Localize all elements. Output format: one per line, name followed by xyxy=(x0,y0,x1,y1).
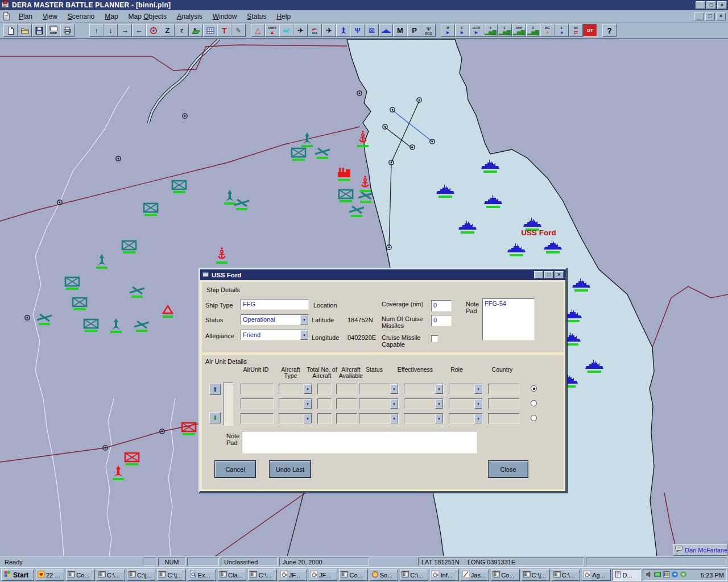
tray-settings-icon[interactable] xyxy=(663,571,670,579)
pan-up-button[interactable]: ↑ xyxy=(89,24,104,37)
aircraft-type-combo[interactable]: ▼ xyxy=(279,398,312,409)
coverage-field[interactable]: 0 xyxy=(431,300,452,311)
open-file-button[interactable] xyxy=(18,24,32,37)
chevron-down-icon[interactable]: ▼ xyxy=(435,399,443,409)
stat-report-button[interactable]: ±▂▅▇ xyxy=(483,24,498,37)
task-button-1[interactable]: 22 ... xyxy=(36,569,64,581)
ship-unit-tool-button[interactable] xyxy=(379,24,393,37)
mdi-close-button[interactable]: × xyxy=(716,13,726,20)
menu-window[interactable]: Window xyxy=(208,11,242,22)
chevron-down-icon[interactable]: ▼ xyxy=(474,384,482,394)
aircraft-tool-2-button[interactable]: ✈ xyxy=(322,24,336,37)
dialog-minimize-button[interactable]: _ xyxy=(534,271,543,278)
chevron-down-icon[interactable]: ▼ xyxy=(390,384,398,394)
tray-display-icon[interactable] xyxy=(654,571,661,579)
chevron-down-icon[interactable]: ▼ xyxy=(390,414,398,423)
role-combo[interactable]: ▼ xyxy=(449,398,483,409)
tray-speaker-icon[interactable] xyxy=(646,571,653,579)
threat-marker-button[interactable]: △ xyxy=(251,24,265,37)
help-button[interactable]: ? xyxy=(602,24,617,37)
chevron-down-icon[interactable]: ▼ xyxy=(474,414,482,423)
effectiveness-combo[interactable]: ▼ xyxy=(404,398,444,409)
menu-help[interactable]: Help xyxy=(271,11,296,22)
air-scroll-up-button[interactable]: ⬆ xyxy=(209,384,221,395)
air-status-combo[interactable]: ▼ xyxy=(359,384,399,394)
tray-messenger-icon[interactable] xyxy=(671,571,679,579)
close-dialog-button[interactable]: Close xyxy=(488,460,528,478)
num-cruise-field[interactable]: 0 xyxy=(431,315,452,326)
zoom-in-button[interactable]: Z xyxy=(160,24,175,37)
air-row-radio[interactable] xyxy=(531,400,537,406)
cruise-capable-checkbox[interactable] xyxy=(431,335,438,342)
menu-plan[interactable]: Plan xyxy=(14,11,38,22)
chevron-down-icon[interactable]: ▼ xyxy=(390,399,398,409)
dmpi-marker-button[interactable]: DMPI▲ xyxy=(265,24,279,37)
sigma-flag-report-button[interactable]: Σ► xyxy=(455,24,469,37)
task-button-4[interactable]: C:\j... xyxy=(127,569,155,581)
task-button-9[interactable]: JF... xyxy=(279,569,307,581)
m-flag-report-button[interactable]: M► xyxy=(441,24,455,37)
total-aircraft-field[interactable] xyxy=(317,413,332,424)
refresh-map-button[interactable]: R xyxy=(189,24,203,37)
effectiveness-combo[interactable]: ▼ xyxy=(404,413,444,424)
menu-map-objects[interactable]: Map Objects xyxy=(123,11,172,22)
country-field[interactable] xyxy=(488,398,519,409)
airunit-id-field[interactable] xyxy=(241,384,274,394)
task-button-11[interactable]: Co... xyxy=(339,569,367,581)
pan-left-button[interactable]: ← xyxy=(132,24,146,37)
role-combo[interactable]: ▼ xyxy=(449,384,483,394)
air-scroll-down-button[interactable]: ⬇ xyxy=(209,412,221,423)
total-aircraft-field[interactable] xyxy=(317,384,332,394)
sigma-stat-report-button[interactable]: Σ▂▅▇ xyxy=(498,24,512,37)
task-button-13[interactable]: C:\... xyxy=(400,569,428,581)
air-row-radio[interactable] xyxy=(531,415,537,421)
task-button-20[interactable]: D... xyxy=(613,569,641,581)
chevron-down-icon[interactable]: ▼ xyxy=(304,384,312,394)
app-stat-report-button[interactable]: APP▂▅▇ xyxy=(512,24,526,37)
restore-button[interactable]: □ xyxy=(706,1,716,9)
ship-notepad-field[interactable]: FFG-54 xyxy=(482,298,535,340)
air-notepad-field[interactable] xyxy=(242,431,477,454)
minimize-button[interactable]: _ xyxy=(696,1,705,9)
task-button-5[interactable]: C:\j... xyxy=(157,569,185,581)
airway-marker-button[interactable] xyxy=(279,24,293,37)
undo-last-button[interactable]: Undo Last xyxy=(269,460,311,478)
role-combo[interactable]: ▼ xyxy=(449,413,483,424)
menu-analysis[interactable]: Analysis xyxy=(172,11,208,22)
new-document-button[interactable] xyxy=(3,24,18,37)
naval-unit-tool-button[interactable]: Ψ xyxy=(350,24,365,37)
air-status-combo[interactable]: ▼ xyxy=(359,398,399,409)
aircraft-tool-1-button[interactable]: ✈ xyxy=(293,24,308,37)
airunit-id-field[interactable] xyxy=(241,413,274,424)
task-button-16[interactable]: Co... xyxy=(491,569,519,581)
sigma-pie-report-button[interactable]: Σ◕ xyxy=(555,24,569,37)
total-aircraft-field[interactable] xyxy=(317,398,332,409)
cancel-button[interactable]: Cancel xyxy=(214,460,256,478)
mdi-restore-button[interactable]: □ xyxy=(705,13,715,20)
dialog-restore-button[interactable]: □ xyxy=(544,271,553,278)
save-file-button[interactable] xyxy=(32,24,46,37)
p-marker-button[interactable]: P xyxy=(407,24,421,37)
chevron-down-icon[interactable]: ▼ xyxy=(304,414,312,423)
mail-unit-tool-button[interactable]: ⊠ xyxy=(365,24,379,37)
country-field[interactable] xyxy=(488,384,519,394)
zoom-out-button[interactable]: z xyxy=(175,24,189,37)
chevron-down-icon[interactable]: ▼ xyxy=(300,330,308,340)
scl-tool-button[interactable]: SCL xyxy=(308,24,322,37)
air-row-radio[interactable] xyxy=(531,385,537,392)
dt-tool-button[interactable]: DT xyxy=(583,24,597,37)
airunit-id-field[interactable] xyxy=(241,398,274,409)
air-status-combo[interactable]: ▼ xyxy=(359,413,399,424)
aircraft-type-combo[interactable]: ▼ xyxy=(279,413,312,424)
chevron-down-icon[interactable]: ▼ xyxy=(300,315,308,325)
document-icon[interactable] xyxy=(2,12,11,21)
allegiance-combo[interactable]: Friend▼ xyxy=(241,330,309,340)
aircraft-available-field[interactable] xyxy=(336,384,357,394)
missile-unit-tool-button[interactable] xyxy=(336,24,350,37)
country-field[interactable] xyxy=(488,413,519,424)
dialog-titlebar[interactable]: USS Ford _ □ × xyxy=(200,269,565,280)
task-button-18[interactable]: C:\... xyxy=(552,569,580,581)
task-button-7[interactable]: Cla... xyxy=(218,569,246,581)
lltr-flag-report-button[interactable]: LLTR► xyxy=(469,24,483,37)
task-button-12[interactable]: 32So... xyxy=(370,569,398,581)
